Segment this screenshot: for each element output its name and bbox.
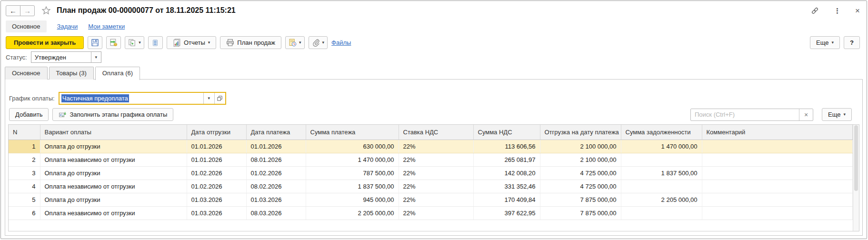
table-row[interactable]: 2Оплата независимо от отгрузки01.01.2026… [9,153,853,167]
cell-variant[interactable]: Оплата до отгрузки [40,193,187,207]
back-button[interactable]: ← [6,5,20,16]
cell-ship_date[interactable]: 01.02.2026 [187,180,246,193]
cell-n[interactable]: 2 [9,153,40,167]
cell-vat_rate[interactable]: 22% [399,153,473,167]
cell-n[interactable]: 3 [9,167,40,180]
cell-vat_amount[interactable]: 142 008,20 [473,167,540,180]
kebab-menu-icon[interactable]: ⋮ [834,7,841,14]
cell-variant[interactable]: Оплата до отгрузки [40,140,187,153]
scrollbar-thumb[interactable] [854,125,858,191]
copy-link-icon[interactable] [810,6,819,15]
cell-vat_amount[interactable]: 170 409,84 [473,193,540,207]
cell-variant[interactable]: Оплата независимо от отгрузки [40,153,187,167]
payment-schedule-open-button[interactable] [214,93,225,104]
files-link[interactable]: Файлы [331,39,351,46]
tab-goods[interactable]: Товары (3) [49,67,94,80]
nav-tab-tasks[interactable]: Задачи [57,23,78,30]
cell-shipment_on_date[interactable]: 7 875 000,00 [540,193,621,207]
column-header-vat_rate[interactable]: Ставка НДС [399,125,473,140]
cell-shipment_on_date[interactable]: 2 100 000,00 [540,140,621,153]
table-row[interactable]: 6Оплата независимо от отгрузки01.03.2026… [9,207,853,220]
table-row[interactable]: 5Оплата до отгрузки01.03.202601.03.20269… [9,193,853,207]
payment-schedule-field[interactable]: Частичная предоплата ▾ [59,92,226,105]
search-clear-button[interactable]: × [799,109,813,120]
cell-n[interactable]: 1 [9,140,40,153]
status-combobox[interactable]: Утвержден ▾ [31,51,101,63]
reminder-button[interactable]: ▾ [285,36,305,49]
help-button[interactable]: ? [844,36,860,49]
save-button[interactable] [88,36,102,49]
cell-vat_rate[interactable]: 22% [399,167,473,180]
cell-amount[interactable]: 2 205 000,00 [306,207,399,220]
cell-debt[interactable]: 2 205 000,00 [621,193,702,207]
column-header-pay_date[interactable]: Дата платежа [246,125,306,140]
cell-vat_rate[interactable]: 22% [399,140,473,153]
cell-comment[interactable] [702,140,853,153]
cell-comment[interactable] [702,153,853,167]
column-header-vat_amount[interactable]: Сумма НДС [473,125,540,140]
close-icon[interactable]: × [855,7,860,15]
cell-debt[interactable]: 1 837 500,00 [621,167,702,180]
attach-file-button[interactable]: ▾ [309,36,328,49]
cell-vat_rate[interactable]: 22% [399,207,473,220]
column-header-variant[interactable]: Вариант оплаты [40,125,187,140]
cell-ship_date[interactable]: 01.03.2026 [187,207,246,220]
tab-main[interactable]: Основное [5,67,48,80]
cell-pay_date[interactable]: 08.01.2026 [246,153,306,167]
table-row[interactable]: 3Оплата до отгрузки01.02.202601.02.20267… [9,167,853,180]
fill-schedule-stages-button[interactable]: Заполнить этапы графика оплаты [52,108,173,121]
column-header-amount[interactable]: Сумма платежа [306,125,399,140]
favorite-star-icon[interactable] [41,6,51,15]
cell-comment[interactable] [702,207,853,220]
nav-tab-main[interactable]: Основное [6,20,47,32]
cell-vat_amount[interactable]: 265 081,97 [473,153,540,167]
cell-n[interactable]: 4 [9,180,40,193]
table-row[interactable]: 1Оплата до отгрузки01.01.202601.01.20266… [9,140,853,153]
cell-amount[interactable]: 1 837 500,00 [306,180,399,193]
cell-amount[interactable]: 787 500,00 [306,167,399,180]
cell-comment[interactable] [702,193,853,207]
cell-vat_amount[interactable]: 397 622,95 [473,207,540,220]
cell-n[interactable]: 5 [9,193,40,207]
cell-variant[interactable]: Оплата независимо от отгрузки [40,207,187,220]
column-header-debt[interactable]: Сумма задолженности [621,125,702,140]
add-row-button[interactable]: Добавить [9,108,49,121]
cell-n[interactable]: 6 [9,207,40,220]
post-and-close-button[interactable]: Провести и закрыть [6,36,84,49]
column-header-shipment_on_date[interactable]: Отгрузка на дату платежа [540,125,621,140]
cell-debt[interactable] [621,207,702,220]
cell-vat_rate[interactable]: 22% [399,180,473,193]
nav-tab-notes[interactable]: Мои заметки [88,23,125,30]
cell-amount[interactable]: 945 000,00 [306,193,399,207]
cell-vat_amount[interactable]: 113 606,56 [473,140,540,153]
cell-pay_date[interactable]: 08.02.2026 [246,180,306,193]
register-records-button[interactable] [148,36,163,49]
create-based-on-button[interactable]: ▾ [125,36,144,49]
more-button-top[interactable]: Еще ▾ [810,36,840,49]
cell-comment[interactable] [702,167,853,180]
table-scrollbar[interactable] [853,125,859,231]
cell-ship_date[interactable]: 01.02.2026 [187,167,246,180]
more-button-table[interactable]: Еще ▾ [822,108,852,121]
cell-shipment_on_date[interactable]: 4 725 000,00 [540,180,621,193]
cell-shipment_on_date[interactable]: 4 725 000,00 [540,167,621,180]
forward-button[interactable]: → [20,5,35,16]
status-dropdown-button[interactable]: ▾ [91,52,101,62]
print-plan-button[interactable]: План продаж [220,36,281,49]
cell-pay_date[interactable]: 01.01.2026 [246,140,306,153]
cell-ship_date[interactable]: 01.01.2026 [187,140,246,153]
cell-amount[interactable]: 1 470 000,00 [306,153,399,167]
payment-schedule-dropdown-button[interactable]: ▾ [203,93,214,104]
cell-debt[interactable] [621,180,702,193]
cell-amount[interactable]: 630 000,00 [306,140,399,153]
cell-vat_rate[interactable]: 22% [399,193,473,207]
reports-button[interactable]: Отчеты ▾ [167,36,216,49]
column-header-ship_date[interactable]: Дата отгрузки [187,125,246,140]
post-document-button[interactable] [106,36,121,49]
cell-shipment_on_date[interactable]: 7 875 000,00 [540,207,621,220]
column-header-n[interactable]: N [9,125,40,140]
cell-shipment_on_date[interactable]: 2 100 000,00 [540,153,621,167]
cell-variant[interactable]: Оплата независимо от отгрузки [40,180,187,193]
cell-pay_date[interactable]: 01.02.2026 [246,167,306,180]
cell-comment[interactable] [702,180,853,193]
